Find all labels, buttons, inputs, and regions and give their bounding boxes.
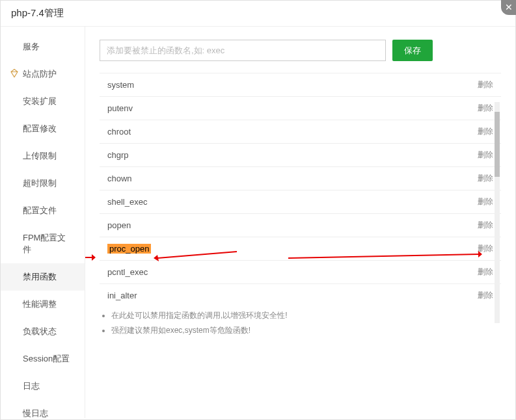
delete-button[interactable]: 删除 (478, 196, 493, 207)
sidebar-item-11[interactable]: Session配置 (1, 345, 85, 373)
sidebar-item-1[interactable]: 站点防护 (1, 60, 85, 88)
sidebar-item-8[interactable]: 禁用函数 (1, 263, 85, 291)
function-row: putenv删除 (100, 97, 501, 120)
function-row: popen删除 (100, 214, 501, 237)
content: 保存 system删除putenv删除chroot删除chgrp删除chown删… (85, 27, 515, 418)
annotation-arrow (85, 251, 96, 264)
function-name: popen (107, 220, 131, 230)
modal-header: php-7.4管理 (1, 1, 515, 27)
sidebar-item-label: 禁用函数 (23, 272, 57, 282)
sidebar: 服务站点防护安装扩展配置修改上传限制超时限制配置文件FPM配置文件禁用函数性能调… (1, 27, 85, 418)
sidebar-item-label: 安装扩展 (23, 96, 57, 106)
sidebar-item-3[interactable]: 配置修改 (1, 115, 85, 142)
function-input[interactable] (100, 40, 386, 61)
delete-button[interactable]: 删除 (478, 267, 493, 278)
function-row: chroot删除 (100, 120, 501, 144)
modal-body: 服务站点防护安装扩展配置修改上传限制超时限制配置文件FPM配置文件禁用函数性能调… (1, 27, 515, 418)
delete-button[interactable]: 删除 (478, 243, 493, 254)
sidebar-item-2[interactable]: 安装扩展 (1, 88, 85, 115)
delete-button[interactable]: 删除 (478, 290, 493, 300)
function-row: chown删除 (100, 167, 501, 190)
sidebar-item-label: 上传限制 (23, 151, 57, 161)
sidebar-item-9[interactable]: 性能调整 (1, 291, 85, 318)
function-list[interactable]: system删除putenv删除chroot删除chgrp删除chown删除sh… (100, 73, 501, 300)
function-name: system (107, 80, 134, 90)
sidebar-item-13[interactable]: 慢日志 (1, 400, 85, 418)
function-row: ini_alter删除 (100, 284, 501, 300)
function-name: chown (107, 174, 132, 183)
diamond-icon (10, 69, 19, 80)
sidebar-item-4[interactable]: 上传限制 (1, 142, 85, 170)
sidebar-item-10[interactable]: 负载状态 (1, 318, 85, 345)
sidebar-item-label: 性能调整 (23, 299, 57, 309)
tip-item: 强烈建议禁用如exec,system等危险函数! (111, 323, 501, 338)
delete-button[interactable]: 删除 (478, 220, 493, 231)
function-row: chgrp删除 (100, 144, 501, 167)
tip-item: 在此处可以禁用指定函数的调用,以增强环境安全性! (111, 308, 501, 323)
sidebar-item-label: 超时限制 (23, 178, 57, 188)
function-row: shell_exec删除 (100, 190, 501, 214)
function-name: ini_alter (107, 291, 137, 300)
delete-button[interactable]: 删除 (478, 79, 493, 90)
sidebar-item-6[interactable]: 配置文件 (1, 197, 85, 224)
sidebar-item-7[interactable]: FPM配置文件 (1, 224, 85, 263)
function-name: proc_open (107, 244, 151, 254)
sidebar-item-label: FPM配置文件 (23, 233, 66, 254)
sidebar-item-label: 慢日志 (23, 408, 48, 418)
list-wrap: system删除putenv删除chroot删除chgrp删除chown删除sh… (100, 73, 501, 300)
function-name: chroot (107, 127, 131, 137)
function-row: system删除 (100, 73, 501, 97)
function-row: pcntl_exec删除 (100, 261, 501, 284)
delete-button[interactable]: 删除 (478, 150, 493, 161)
function-name: shell_exec (107, 197, 147, 207)
delete-button[interactable]: 删除 (478, 103, 493, 114)
delete-button[interactable]: 删除 (478, 126, 493, 137)
close-icon[interactable]: ✕ (501, 0, 516, 15)
sidebar-item-label: 站点防护 (23, 69, 57, 79)
sidebar-item-label: Session配置 (23, 354, 70, 363)
delete-button[interactable]: 删除 (478, 173, 493, 184)
function-name: pcntl_exec (107, 267, 148, 277)
sidebar-item-label: 负载状态 (23, 326, 57, 336)
modal-title: php-7.4管理 (11, 7, 505, 20)
sidebar-item-0[interactable]: 服务 (1, 33, 85, 60)
sidebar-item-5[interactable]: 超时限制 (1, 170, 85, 197)
sidebar-item-label: 服务 (23, 42, 40, 51)
modal: ✕ php-7.4管理 服务站点防护安装扩展配置修改上传限制超时限制配置文件FP… (0, 0, 516, 420)
scrollbar-thumb[interactable] (495, 112, 500, 177)
function-name: putenv (107, 103, 133, 113)
sidebar-item-label: 日志 (23, 381, 40, 391)
sidebar-item-12[interactable]: 日志 (1, 373, 85, 400)
function-name: chgrp (107, 150, 129, 160)
sidebar-item-label: 配置文件 (23, 205, 57, 215)
function-row: proc_open删除 (100, 237, 501, 261)
save-button[interactable]: 保存 (392, 40, 433, 61)
svg-marker-2 (92, 254, 96, 261)
tips-list: 在此处可以禁用指定函数的调用,以增强环境安全性!强烈建议禁用如exec,syst… (100, 308, 501, 338)
sidebar-item-label: 配置修改 (23, 124, 57, 133)
input-row: 保存 (100, 40, 501, 61)
